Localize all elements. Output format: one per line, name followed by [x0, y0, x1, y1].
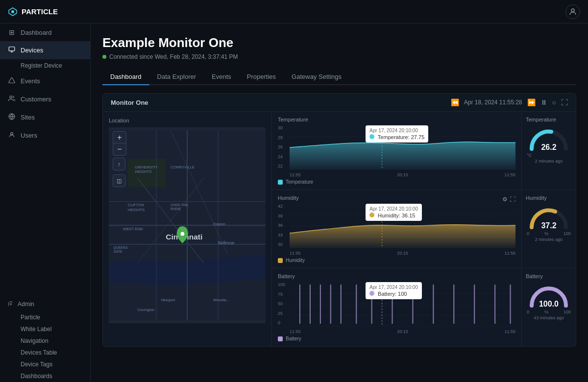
svg-text:OVER-THE-: OVER-THE-	[171, 203, 189, 207]
map-container[interactable]: UNIVERSITY HEIGHTS CORRYVILLE CLIFTON HE…	[109, 127, 266, 323]
humidity-gauge-widget: Humidity 37.2 0 % 100	[522, 190, 576, 268]
temperature-chart-widget: Temperature 30 28 26 24 22	[272, 112, 521, 190]
map-compass-button[interactable]: ↑	[113, 158, 125, 170]
bat-y-0: 0	[278, 320, 285, 325]
svg-point-4	[10, 96, 12, 98]
battery-chart-inner: 100 75 50 25 0	[278, 282, 515, 334]
temperature-legend: Temperature	[278, 179, 515, 185]
humidity-legend-dot	[278, 258, 283, 263]
hum-x-mid: 20:15	[397, 251, 408, 256]
bat-x-mid: 20:15	[397, 329, 408, 334]
sidebar-item-devices[interactable]: Devices	[0, 41, 90, 59]
temp-x-start: 11:55	[290, 172, 301, 177]
svg-text:CLIFTON: CLIFTON	[128, 203, 144, 207]
connection-status-text: Connected since Wed, Feb 28, 2024, 3:37:…	[109, 53, 238, 60]
admin-icon	[8, 301, 14, 307]
charts-area: Temperature 30 28 26 24 22	[272, 112, 522, 346]
panel-header: Monitor One ⏪ Apr 18, 2024 11:55:28 ⏩ ⏸ …	[103, 94, 576, 112]
temperature-gauge-title: Temperature	[526, 117, 556, 122]
humidity-expand-icon[interactable]: ⛶	[510, 196, 515, 203]
humidity-chart-area: Apr 17, 2024 20:10:00 Humidity: 36.15	[290, 204, 515, 250]
map-layers-button[interactable]: ◫	[113, 174, 125, 187]
panel-body: Location	[103, 112, 576, 346]
customers-icon	[8, 95, 16, 103]
fast-forward-button[interactable]: ⏩	[527, 98, 536, 106]
temperature-yaxis: 30 28 26 24 22	[278, 125, 283, 168]
zoom-in-button[interactable]: +	[113, 132, 126, 143]
svg-text:WEST END: WEST END	[123, 227, 143, 231]
humidity-legend: Humidity	[278, 258, 515, 263]
bat-x-start: 11:55	[290, 329, 301, 334]
sidebar-item-device-tags[interactable]: Device Tags	[0, 358, 90, 370]
temp-y-28: 28	[278, 135, 283, 140]
sidebar-item-dashboard[interactable]: ⊞ Dashboard	[0, 24, 90, 41]
svg-text:Woodla...: Woodla...	[213, 298, 229, 302]
particle-logo-icon	[8, 7, 18, 17]
temp-y-30: 30	[278, 125, 283, 130]
tab-data-explorer[interactable]: Data Explorer	[149, 69, 204, 85]
rewind-button[interactable]: ⏪	[451, 98, 459, 106]
bat-y-25: 25	[278, 311, 285, 316]
map-widget: Location	[103, 112, 272, 346]
humidity-chart-widget: Humidity ⚙ ⛶ 42 39 36 33	[272, 190, 521, 268]
humidity-gauge-title: Humidity	[526, 195, 547, 201]
humidity-gauge-value: 37.2	[527, 221, 571, 230]
humidity-gauge-unit: 0 % 100	[527, 231, 571, 236]
temp-x-end: 11:55	[504, 172, 515, 177]
sidebar-admin-items: Particle White Label Navigation Devices …	[0, 311, 90, 382]
temperature-gauge-unit: °C	[527, 153, 571, 158]
temperature-xaxis: 11:55 20:15 11:55	[290, 172, 515, 177]
tab-gateway-settings[interactable]: Gateway Settings	[284, 69, 349, 85]
battery-gauge-widget: Battery 100.0 0 % 100	[522, 268, 576, 346]
sidebar-item-sites[interactable]: Sites	[0, 108, 90, 126]
humidity-settings-icon[interactable]: ⚙	[502, 196, 508, 203]
app-logo[interactable]: PARTICLE	[8, 7, 58, 17]
sidebar-item-events[interactable]: Events	[0, 72, 90, 90]
sidebar-item-particle[interactable]: Particle	[0, 311, 90, 323]
battery-legend-label: Battery	[286, 336, 301, 341]
svg-text:Dayton: Dayton	[213, 222, 225, 226]
tab-properties[interactable]: Properties	[239, 69, 284, 85]
temp-x-mid: 20:15	[397, 172, 408, 177]
battery-gauge-unit: 0 % 100	[527, 310, 571, 314]
sidebar: ⊞ Dashboard Devices Register Device Even…	[0, 24, 91, 382]
sidebar-item-dashboards[interactable]: Dashboards	[0, 370, 90, 382]
panel-controls: ⏪ Apr 18, 2024 11:55:28 ⏩ ⏸ ○ ⛶	[451, 98, 568, 106]
svg-text:HEIGHTS: HEIGHTS	[128, 208, 145, 212]
gauges-area: Temperature 26.2 °C 2 minutes ago	[522, 112, 576, 346]
panel-title: Monitor One	[111, 99, 148, 106]
sidebar-label-events: Events	[21, 77, 40, 85]
pause-button[interactable]: ⏸	[540, 98, 547, 106]
sidebar-item-navigation[interactable]: Navigation	[0, 335, 90, 347]
tab-dashboard[interactable]: Dashboard	[102, 69, 149, 85]
sidebar-item-customers[interactable]: Customers	[0, 90, 90, 108]
device-subtitle: Connected since Wed, Feb 28, 2024, 3:37:…	[102, 53, 576, 60]
events-icon	[8, 77, 16, 85]
sidebar-item-register-device[interactable]: Register Device	[0, 59, 90, 72]
svg-text:HEIGHTS: HEIGHTS	[135, 169, 151, 174]
sidebar-item-users[interactable]: Users	[0, 126, 90, 144]
battery-legend: Battery	[278, 336, 515, 341]
sidebar-label-dashboard: Dashboard	[21, 29, 52, 36]
svg-text:CORRYVILLE: CORRYVILLE	[171, 165, 195, 169]
tab-events[interactable]: Events	[204, 69, 239, 85]
main-content: Example Monitor One Connected since Wed,…	[91, 24, 588, 382]
hum-y-39: 39	[278, 214, 283, 218]
sidebar-item-white-label[interactable]: White Label	[0, 323, 90, 335]
zoom-out-button[interactable]: −	[113, 143, 126, 155]
svg-rect-3	[9, 47, 15, 51]
map-title: Location	[109, 118, 266, 123]
devices-icon	[8, 46, 16, 54]
map-svg: UNIVERSITY HEIGHTS CORRYVILLE CLIFTON HE…	[109, 127, 266, 323]
app-name: PARTICLE	[22, 7, 58, 16]
svg-point-8	[10, 304, 12, 305]
sidebar-item-devices-table[interactable]: Devices Table	[0, 347, 90, 358]
battery-gauge-container: 100.0	[527, 281, 571, 309]
svg-text:UNIVERSITY: UNIVERSITY	[135, 165, 158, 169]
svg-point-7	[11, 132, 13, 135]
sync-button[interactable]: ○	[552, 98, 556, 106]
users-icon	[8, 131, 16, 140]
fullscreen-button[interactable]: ⛶	[561, 98, 568, 106]
user-avatar[interactable]	[565, 4, 580, 19]
battery-gauge-title: Battery	[526, 273, 543, 279]
